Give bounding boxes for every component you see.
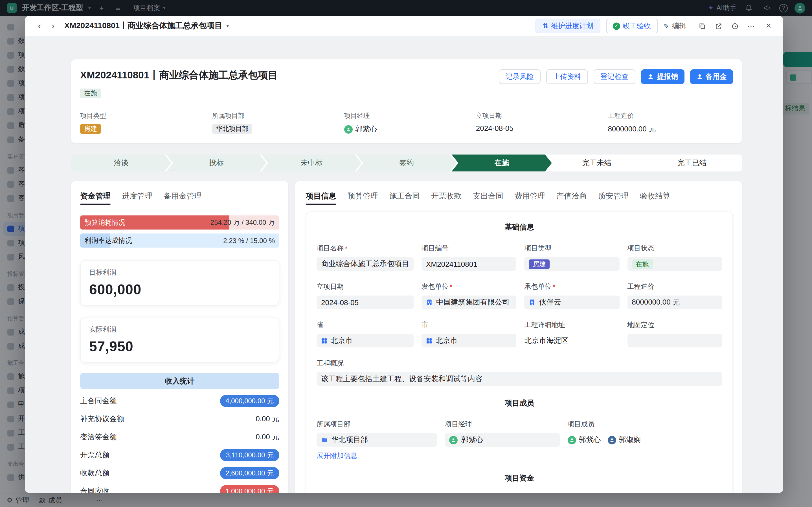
money-row: 开票总额 3,110,000.00 元 [80, 446, 279, 464]
modal-header: ‹ › XM2024110801丨商业综合体施工总承包项目 ▾ ⇅ 维护进度计划… [25, 16, 783, 37]
project-type-tag: 房建 [529, 259, 550, 269]
money-row-value: 4,000,000.00 元 [220, 395, 279, 407]
money-row-label: 补充协议金额 [80, 414, 124, 424]
avatar [567, 436, 576, 444]
member-chip[interactable]: 郭淑娴 [607, 435, 641, 445]
field-project-type: 项目类型 房建 [80, 112, 205, 134]
more-icon[interactable]: ⋯ [744, 19, 758, 33]
finance-tab[interactable]: 进度管理 [122, 191, 152, 201]
section-members: 项目成员 [317, 398, 722, 408]
person-icon [647, 73, 654, 80]
finance-tab[interactable]: 备用金管理 [164, 191, 202, 201]
target-profit-card: 目标利润 600,000 [80, 260, 279, 306]
field-contractor-company: 承包单位* 伙伴云 [525, 282, 619, 309]
budget-consumption-bar: 预算消耗情况 254.20 万 / 340.00 万 [80, 215, 279, 230]
stage-step[interactable]: 洽谈 [71, 155, 171, 171]
completion-acceptance-label: 竣工验收 [623, 21, 651, 31]
field-project-status: 项目状态 在施 [627, 244, 722, 271]
actual-profit-value: 57,950 [89, 338, 270, 355]
close-icon[interactable]: × [762, 19, 775, 33]
money-row-label: 变洽签金额 [80, 432, 117, 442]
money-row-label: 收款总额 [80, 468, 109, 478]
avatar [607, 436, 616, 444]
field-owner-company: 发包单位* 中国建筑集团有限公司 [422, 282, 517, 309]
stage-step[interactable]: 投标 [166, 155, 266, 171]
card-primary-button[interactable]: 备用金 [690, 69, 733, 84]
stage-step[interactable]: 签约 [356, 155, 456, 171]
finance-tab[interactable]: 资金管理 [80, 191, 111, 201]
info-tab[interactable]: 费用管理 [515, 191, 545, 201]
stage-step-label: 洽谈 [114, 158, 129, 168]
info-tab[interactable]: 预算管理 [347, 191, 378, 201]
modal-body: XM2024110801丨商业综合体施工总承包项目 记录风险 上传资料 登记检查 [25, 37, 783, 493]
history-icon[interactable] [728, 19, 742, 33]
field-project-code: 项目编号 XM2024110801 [422, 244, 517, 271]
card-action-button[interactable]: 记录风险 [499, 69, 541, 84]
project-status-tag: 在施 [632, 259, 653, 269]
stage-step[interactable]: 完工已结 [642, 155, 742, 171]
section-basic-info: 基础信息 [317, 222, 722, 232]
money-row-label: 合同应收 [80, 486, 109, 493]
stage-step-label: 在施 [494, 158, 509, 168]
info-tab[interactable]: 产值洽商 [556, 191, 587, 201]
copy-icon[interactable] [695, 19, 709, 33]
stage-step[interactable]: 未中标 [261, 155, 362, 171]
card-action-button[interactable]: 上传资料 [546, 69, 588, 84]
project-title: XM2024110801丨商业综合体施工总承包项目 [80, 68, 278, 82]
person-icon [696, 73, 703, 80]
field-project-cost: 工程造价 8000000.00 元 [608, 112, 733, 134]
info-tab[interactable]: 质安管理 [598, 191, 629, 201]
money-row-label: 开票总额 [80, 450, 109, 460]
project-card-actions: 记录风险 上传资料 登记检查 [499, 69, 733, 84]
chevron-down-icon[interactable]: ▾ [226, 23, 229, 29]
maintain-schedule-label: 维护进度计划 [551, 21, 593, 31]
completion-acceptance-button[interactable]: ✓ 竣工验收 [606, 19, 658, 33]
info-tab[interactable]: 项目信息 [306, 191, 336, 201]
stage-step[interactable]: 完工未结 [547, 155, 647, 171]
field-map-location: 地图定位 [627, 320, 722, 347]
field-start-date: 立项日期 2024-08-05 [317, 282, 414, 309]
income-stats-button[interactable]: 收入统计 [80, 373, 279, 389]
edit-label: 编辑 [672, 21, 686, 31]
field-start-date: 立项日期 2024-08-05 [476, 112, 601, 134]
member-chip[interactable]: 郭紫心 [567, 435, 601, 445]
project-summary-card: XM2024110801丨商业综合体施工总承包项目 记录风险 上传资料 登记检查 [71, 59, 742, 143]
required-marker: * [450, 283, 452, 291]
project-type-tag: 房建 [80, 124, 101, 134]
forward-button[interactable]: › [46, 19, 60, 33]
info-tab[interactable]: 开票收款 [431, 191, 462, 201]
pencil-icon: ✎ [663, 22, 669, 30]
back-button[interactable]: ‹ [33, 19, 46, 33]
maintain-schedule-button[interactable]: ⇅ 维护进度计划 [536, 19, 600, 33]
money-row: 变洽签金额 0.00 元 [80, 428, 279, 446]
field-project-manager: 项目经理 郭紫心 [445, 419, 559, 461]
card-action-button[interactable]: 登记检查 [594, 69, 635, 84]
share-icon[interactable] [712, 19, 725, 33]
field-province: 省 北京市 [317, 320, 414, 347]
field-department: 所属项目部 华北项目部 展开附加信息 [317, 419, 437, 461]
project-info-card: 基础信息 项目名称* 商业综合体施工总承包项目 项目编号 XM202411080… [306, 212, 733, 493]
info-tab[interactable]: 验收结算 [640, 191, 670, 201]
field-project-overview: 工程概况 该工程主要包括土建工程、设备安装和调试等内容 [317, 359, 722, 386]
expand-extra-info-link[interactable]: 展开附加信息 [317, 451, 357, 461]
app-root: ∪ 开发工作区-工程型 ▾ + ≡ 项目档案 ▾ ✦ AI助手 [0, 0, 812, 507]
status-tag: 在施 [80, 89, 101, 98]
target-profit-value: 600,000 [89, 281, 270, 298]
modal-icon-group: ⋯ × [695, 19, 775, 33]
field-project-type: 项目类型 房建 [525, 244, 619, 271]
avatar [449, 436, 458, 444]
edit-button[interactable]: ✎ 编辑 [663, 21, 686, 31]
required-marker: * [345, 244, 347, 252]
section-funds: 项目资金 [317, 473, 722, 483]
required-marker: * [553, 283, 555, 291]
finance-panel: 资金管理 进度管理 备用金管理 预算消耗情况 254.20 万 / 340.00… [71, 181, 288, 493]
info-tab[interactable]: 施工合同 [389, 191, 420, 201]
stage-step-label: 投标 [209, 158, 224, 168]
card-primary-button[interactable]: 提报销 [641, 69, 684, 84]
info-tab[interactable]: 支出合同 [473, 191, 503, 201]
stage-stepper: 洽谈 投标 未中标 签约 在施 [71, 155, 742, 171]
map-location-empty-field[interactable] [627, 334, 722, 347]
stage-step[interactable]: 在施 [452, 155, 552, 171]
field-project-members: 项目成员 郭紫心 郭淑娴 [567, 419, 722, 461]
money-row: 补充协议金额 0.00 元 [80, 410, 279, 428]
